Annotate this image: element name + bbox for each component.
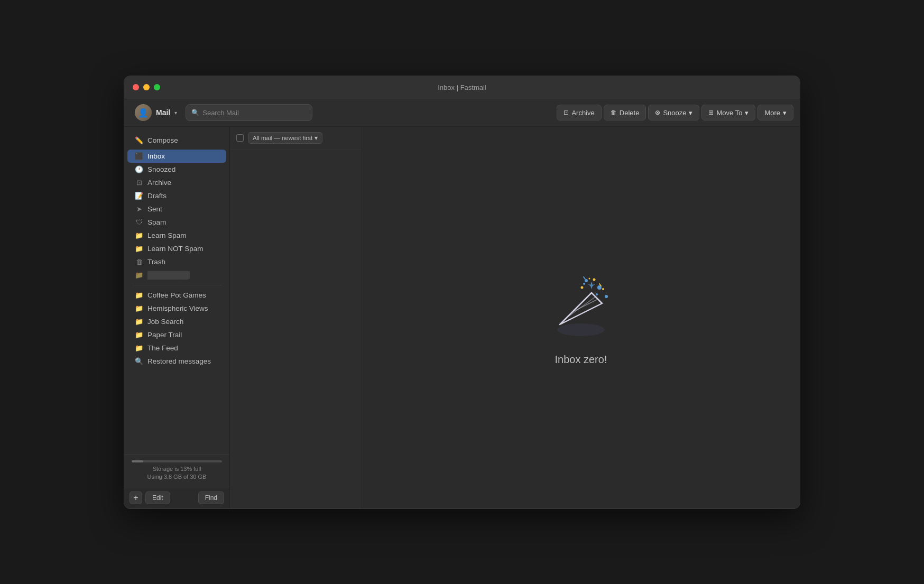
storage-text-2: Using 3.8 GB of 30 GB bbox=[132, 473, 222, 481]
learn-spam-icon: 📁 bbox=[135, 231, 143, 239]
sidebar-item-label-drafts: Drafts bbox=[147, 192, 167, 200]
trash-sidebar-icon: 🗑 bbox=[135, 258, 143, 266]
sidebar-item-paper-trail[interactable]: 📁 Paper Trail bbox=[127, 328, 226, 341]
storage-footer: Storage is 13% full Using 3.8 GB of 30 G… bbox=[124, 455, 229, 487]
find-button[interactable]: Find bbox=[198, 492, 224, 504]
archive-sidebar-icon: ⊡ bbox=[135, 179, 143, 187]
sort-label: All mail — newest first bbox=[253, 135, 312, 141]
svg-line-14 bbox=[584, 277, 585, 279]
svg-point-9 bbox=[602, 288, 604, 290]
svg-point-8 bbox=[581, 286, 584, 289]
sidebar-item-learn-spam[interactable]: 📁 Learn Spam bbox=[127, 229, 226, 242]
edit-button[interactable]: Edit bbox=[145, 492, 170, 504]
svg-point-12 bbox=[589, 278, 590, 280]
sidebar-item-spam[interactable]: 🛡 Spam bbox=[127, 216, 226, 229]
search-box[interactable]: 🔍 bbox=[186, 104, 312, 121]
storage-bar-fill bbox=[132, 460, 143, 462]
spam-icon: 🛡 bbox=[135, 218, 143, 226]
close-button[interactable] bbox=[133, 84, 139, 90]
move-to-label: Move To bbox=[716, 109, 742, 117]
sidebar-item-label-trash: Trash bbox=[147, 258, 165, 266]
more-label: More bbox=[764, 109, 780, 117]
sidebar-item-coffee-pot[interactable]: 📁 Coffee Pot Games bbox=[127, 289, 226, 302]
drafts-icon: 📝 bbox=[135, 192, 143, 200]
sort-chevron-icon: ▾ bbox=[315, 134, 318, 142]
chevron-down-icon: ▾ bbox=[174, 110, 177, 116]
archive-icon: ⊡ bbox=[563, 109, 569, 116]
search-icon: 🔍 bbox=[191, 109, 199, 116]
move-to-button[interactable]: ⊞ Move To ▾ bbox=[701, 105, 755, 120]
email-content-panel: Inbox zero! bbox=[362, 127, 800, 508]
sidebar-item-label-hemispheric: Hemispheric Views bbox=[147, 304, 208, 312]
sidebar-item-label-restored: Restored messages bbox=[147, 357, 211, 365]
email-list-header: All mail — newest first ▾ bbox=[230, 127, 362, 150]
window-title: Inbox | Fastmail bbox=[438, 84, 486, 91]
archive-button[interactable]: ⊡ Archive bbox=[557, 105, 601, 120]
inbox-zero-container: Inbox zero! bbox=[544, 269, 618, 366]
sidebar-item-archive[interactable]: ⊡ Archive bbox=[127, 176, 226, 189]
svg-marker-1 bbox=[560, 293, 602, 325]
sidebar-item-inbox[interactable]: ⬛ Inbox bbox=[127, 150, 226, 163]
hemispheric-icon: 📁 bbox=[135, 304, 143, 312]
traffic-lights bbox=[133, 84, 160, 90]
sidebar-item-the-feed[interactable]: 📁 The Feed bbox=[127, 341, 226, 355]
sidebar-item-label-learn-spam: Learn Spam bbox=[147, 231, 187, 239]
snoozed-icon: 🕐 bbox=[135, 165, 143, 173]
sidebar-item-label-coffee-pot: Coffee Pot Games bbox=[147, 291, 206, 299]
sidebar-item-label-archive: Archive bbox=[147, 179, 171, 187]
sidebar-item-blurred[interactable]: 📁 ████████ bbox=[127, 268, 226, 282]
sidebar-item-label-inbox: Inbox bbox=[147, 152, 165, 160]
snooze-label: Snooze bbox=[663, 109, 686, 117]
compose-button[interactable]: ✏️ Compose bbox=[127, 133, 226, 147]
sidebar-item-label-paper-trail: Paper Trail bbox=[147, 331, 182, 339]
sidebar-item-label-job-search: Job Search bbox=[147, 318, 183, 326]
titlebar: Inbox | Fastmail bbox=[124, 76, 800, 99]
sidebar-item-learn-not-spam[interactable]: 📁 Learn NOT Spam bbox=[127, 242, 226, 255]
email-list-panel: All mail — newest first ▾ bbox=[230, 127, 362, 508]
job-search-icon: 📁 bbox=[135, 318, 143, 326]
search-input[interactable] bbox=[202, 109, 307, 117]
minimize-button[interactable] bbox=[143, 84, 150, 90]
sidebar-scroll: ✏️ Compose ⬛ Inbox 🕐 Snoozed ⊡ Archive bbox=[124, 127, 229, 455]
sidebar-item-snoozed[interactable]: 🕐 Snoozed bbox=[127, 163, 226, 176]
inbox-zero-illustration bbox=[544, 269, 618, 343]
sidebar-item-hemispheric[interactable]: 📁 Hemispheric Views bbox=[127, 302, 226, 315]
more-button[interactable]: More ▾ bbox=[757, 105, 793, 120]
compose-label: Compose bbox=[147, 136, 178, 144]
sidebar-item-label-blurred: ████████ bbox=[147, 271, 190, 279]
move-to-chevron-icon: ▾ bbox=[745, 109, 749, 117]
compose-icon: ✏️ bbox=[135, 136, 143, 144]
svg-point-7 bbox=[593, 279, 596, 281]
storage-bar-bg bbox=[132, 460, 222, 462]
archive-label: Archive bbox=[571, 109, 594, 117]
sidebar-item-label-snoozed: Snoozed bbox=[147, 165, 175, 173]
sidebar-item-drafts[interactable]: 📝 Drafts bbox=[127, 189, 226, 202]
main-content: ✏️ Compose ⬛ Inbox 🕐 Snoozed ⊡ Archive bbox=[124, 127, 800, 508]
inbox-icon: ⬛ bbox=[135, 152, 143, 160]
select-all-checkbox[interactable] bbox=[236, 134, 244, 142]
sidebar-item-job-search[interactable]: 📁 Job Search bbox=[127, 315, 226, 328]
move-icon: ⊞ bbox=[708, 109, 714, 116]
separator bbox=[132, 285, 222, 285]
sidebar-item-trash[interactable]: 🗑 Trash bbox=[127, 255, 226, 268]
delete-button[interactable]: 🗑 Delete bbox=[604, 105, 646, 120]
delete-icon: 🗑 bbox=[611, 109, 617, 116]
coffee-pot-icon: 📁 bbox=[135, 291, 143, 299]
avatar: 👤 bbox=[135, 104, 152, 121]
add-button[interactable]: + bbox=[130, 492, 142, 504]
sort-button[interactable]: All mail — newest first ▾ bbox=[248, 132, 322, 144]
the-feed-icon: 📁 bbox=[135, 344, 143, 352]
account-name: Mail bbox=[156, 108, 170, 117]
svg-point-0 bbox=[557, 323, 605, 336]
delete-label: Delete bbox=[620, 109, 640, 117]
more-chevron-icon: ▾ bbox=[783, 109, 787, 117]
snooze-button[interactable]: ⊗ Snooze ▾ bbox=[648, 105, 699, 120]
sidebar-item-sent[interactable]: ➤ Sent bbox=[127, 202, 226, 216]
svg-point-10 bbox=[596, 293, 598, 295]
svg-point-11 bbox=[583, 283, 585, 285]
sidebar-item-restored[interactable]: 🔍 Restored messages bbox=[127, 355, 226, 368]
account-button[interactable]: 👤 Mail ▾ bbox=[131, 102, 181, 123]
maximize-button[interactable] bbox=[154, 84, 160, 90]
inbox-zero-message: Inbox zero! bbox=[555, 354, 607, 366]
sidebar-item-label-spam: Spam bbox=[147, 218, 166, 226]
